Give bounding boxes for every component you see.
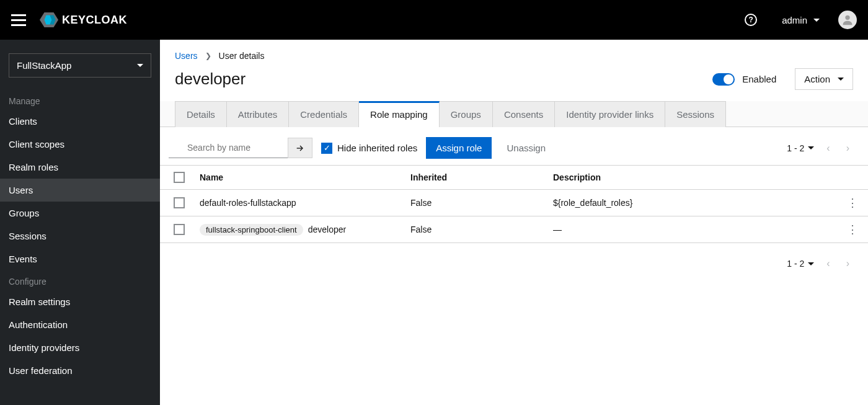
chevron-down-icon [137,64,143,67]
page-range-dropdown[interactable]: 1 - 2 [787,143,814,153]
row-actions-kebab-icon[interactable]: ⋮ [839,216,868,243]
roles-table: Name Inherited Description default-roles… [160,165,868,243]
action-dropdown[interactable]: Action [795,68,853,90]
user-menu[interactable]: admin [782,15,820,25]
chevron-down-icon [808,262,814,265]
sidebar-item-sessions[interactable]: Sessions [0,225,160,247]
cell-name: default-roles-fullstackapp [192,190,403,216]
cell-description: — [546,216,839,243]
next-page-button[interactable]: › [843,258,853,269]
sidebar-section-label: Configure [0,270,160,290]
hide-inherited-checkbox[interactable]: ✓ Hide inherited roles [321,143,417,154]
breadcrumb: Users ❯ User details [160,40,868,65]
sidebar-item-user-federation[interactable]: User federation [0,359,160,382]
help-icon[interactable]: ? [745,14,757,26]
avatar[interactable] [838,11,857,29]
sidebar-section-label: Manage [0,90,160,110]
tab-groups[interactable]: Groups [440,101,493,127]
sidebar-item-events[interactable]: Events [0,247,160,270]
sidebar-item-client-scopes[interactable]: Client scopes [0,133,160,156]
logo[interactable]: KEYCLOAK [40,11,127,29]
tab-identity-provider-links[interactable]: Identity provider links [555,101,665,127]
tab-attributes[interactable]: Attributes [227,101,289,127]
pagination-top: 1 - 2 ‹ › [787,143,853,154]
chevron-down-icon [813,19,820,22]
sidebar-item-realm-settings[interactable]: Realm settings [0,290,160,313]
brand-text: KEYCLOAK [62,14,127,27]
user-icon [841,13,854,27]
col-inherited: Inherited [403,166,546,190]
select-all-checkbox[interactable] [174,172,185,183]
chevron-down-icon [808,146,814,149]
top-bar: KEYCLOAK ? admin [0,0,868,40]
row-actions-kebab-icon[interactable]: ⋮ [839,190,868,216]
assign-role-button[interactable]: Assign role [426,137,492,159]
tab-credentials[interactable]: Credentials [289,101,359,127]
arrow-right-icon [295,143,305,153]
sidebar: FullStackApp ManageClientsClient scopesR… [0,40,160,405]
cell-name: fullstack-springboot-clientdeveloper [192,216,403,243]
svg-point-3 [845,16,849,20]
tabs: DetailsAttributesCredentialsRole mapping… [160,101,868,127]
page-title: developer [175,69,712,89]
cell-description: ${role_default_roles} [546,190,839,216]
unassign-button[interactable]: Unassign [500,137,552,159]
search-submit-button[interactable] [288,138,312,158]
enabled-toggle[interactable] [712,73,735,86]
client-tag: fullstack-springboot-client [200,224,303,236]
menu-toggle-icon[interactable] [11,12,26,27]
next-page-button[interactable]: › [843,143,853,154]
username: admin [782,15,807,25]
keycloak-logo-icon [40,11,58,29]
cell-inherited: False [403,190,546,216]
sidebar-item-identity-providers[interactable]: Identity providers [0,336,160,359]
tab-details[interactable]: Details [175,101,227,127]
search-input[interactable] [169,138,288,158]
tab-consents[interactable]: Consents [493,101,555,127]
table-row: default-roles-fullstackappFalse${role_de… [160,190,868,216]
page-range-dropdown[interactable]: 1 - 2 [787,259,814,269]
sidebar-item-authentication[interactable]: Authentication [0,313,160,336]
breadcrumb-root[interactable]: Users [175,51,198,61]
tab-role-mapping[interactable]: Role mapping [359,101,440,127]
row-checkbox[interactable] [174,197,185,208]
sidebar-item-users[interactable]: Users [0,179,160,202]
sidebar-item-groups[interactable]: Groups [0,202,160,225]
sidebar-item-realm-roles[interactable]: Realm roles [0,156,160,179]
prev-page-button[interactable]: ‹ [823,258,833,269]
checkbox-checked-icon: ✓ [321,143,332,154]
toolbar: ✓ Hide inherited roles Assign role Unass… [160,127,868,165]
col-description: Description [546,166,839,190]
realm-selector[interactable]: FullStackApp [9,53,151,78]
row-checkbox[interactable] [174,224,185,235]
prev-page-button[interactable]: ‹ [823,143,833,154]
main-content: Users ❯ User details developer Enabled A… [160,40,868,405]
col-name: Name [192,166,403,190]
enabled-label: Enabled [742,74,776,84]
tab-sessions[interactable]: Sessions [665,101,726,127]
sidebar-item-clients[interactable]: Clients [0,110,160,133]
chevron-down-icon [838,78,844,81]
chevron-right-icon: ❯ [205,51,211,60]
table-row: fullstack-springboot-clientdeveloperFals… [160,216,868,243]
pagination-bottom: 1 - 2 ‹ › [787,258,853,269]
realm-name: FullStackApp [17,60,71,71]
cell-inherited: False [403,216,546,243]
breadcrumb-current: User details [219,51,265,61]
